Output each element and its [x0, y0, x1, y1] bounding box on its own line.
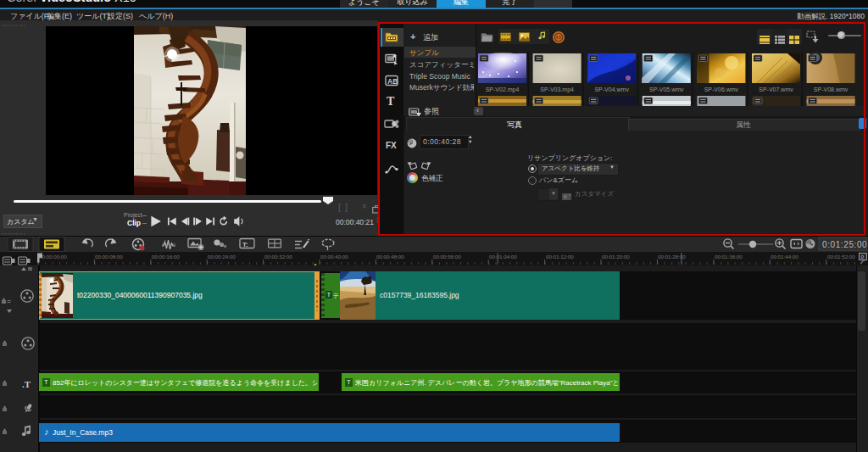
svg-text:00:00:40:00: 00:00:40:00 — [320, 254, 348, 259]
svg-text:00:01:04:00: 00:01:04:00 — [489, 254, 517, 259]
svg-text:T:: T: — [242, 241, 248, 248]
svg-text:00:00:08:00: 00:00:08:00 — [95, 254, 123, 259]
svg-text:00:00:00:00: 00:00:00:00 — [39, 254, 67, 259]
svg-text:00:00:24:00: 00:00:24:00 — [208, 254, 236, 259]
svg-text:00:01:52:00: 00:01:52:00 — [827, 254, 855, 259]
svg-text:00:01:12:00: 00:01:12:00 — [546, 254, 574, 259]
svg-text:00:00:48:00: 00:00:48:00 — [376, 254, 404, 259]
svg-text:00:00:56:00: 00:00:56:00 — [433, 254, 461, 259]
svg-text:00:00:32:00: 00:00:32:00 — [264, 254, 292, 259]
svg-text:00:00:16:00: 00:00:16:00 — [152, 254, 180, 259]
svg-text:.T: .T — [22, 379, 31, 389]
svg-text:00:01:36:00: 00:01:36:00 — [715, 254, 743, 259]
svg-text:0:01:25:00: 0:01:25:00 — [822, 240, 867, 249]
svg-text:00:01:20:00: 00:01:20:00 — [602, 254, 630, 259]
svg-text:00:01:44:00: 00:01:44:00 — [771, 254, 798, 259]
